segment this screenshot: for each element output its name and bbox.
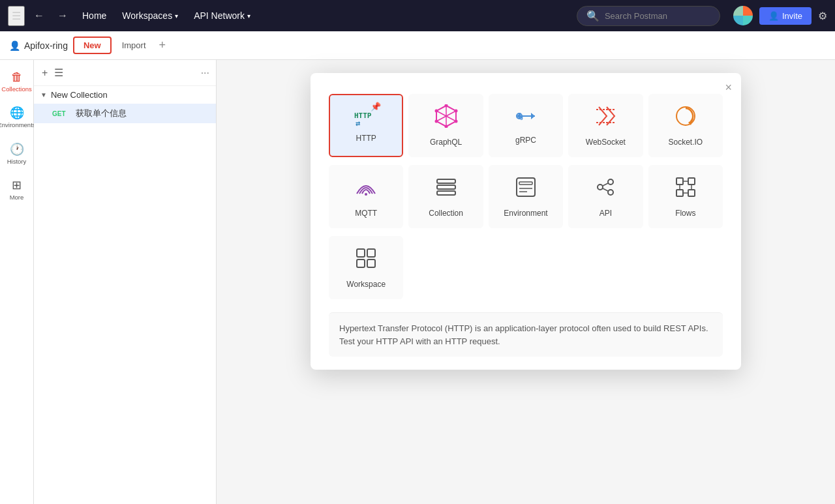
svg-marker-13 — [531, 113, 535, 119]
svg-rect-25 — [517, 178, 535, 196]
user-icon: 👤 — [9, 40, 20, 51]
workspace-icon — [354, 246, 378, 274]
modal-item-grpc[interactable]: g gRPC — [489, 94, 563, 157]
secondbar: 👤 Apifox-ring New Import + — [0, 31, 835, 60]
svg-point-30 — [608, 179, 613, 185]
filter-button[interactable]: ☰ — [53, 65, 65, 80]
workspaces-dropdown[interactable]: Workspaces ▾ — [117, 8, 183, 23]
workspace-name: 👤 Apifox-ring — [9, 40, 68, 51]
svg-line-33 — [603, 188, 608, 191]
mqtt-label: MQTT — [355, 209, 377, 218]
http-icon: HTTP ⇄ — [353, 109, 379, 128]
back-button[interactable]: ← — [30, 7, 48, 24]
flows-label: Flows — [675, 209, 695, 218]
modal-item-flows[interactable]: Flows — [648, 165, 723, 228]
request-item[interactable]: GET 获取单个信息 — [34, 104, 216, 123]
svg-text:g: g — [520, 114, 523, 120]
svg-point-19 — [676, 107, 695, 125]
history-icon: 🕐 — [10, 142, 24, 156]
modal-item-api[interactable]: API — [568, 165, 643, 228]
panel-toolbar: + ☰ ··· — [34, 60, 216, 86]
svg-point-31 — [608, 190, 613, 195]
websocket-label: WebSocket — [586, 138, 626, 147]
avatar — [733, 6, 753, 25]
svg-rect-35 — [688, 178, 695, 185]
sidebar-item-history[interactable]: 🕐 History — [2, 137, 32, 170]
svg-rect-43 — [367, 249, 375, 257]
invite-button[interactable]: 👤 Invite — [759, 7, 812, 25]
svg-rect-42 — [357, 249, 365, 257]
panel-more-button[interactable]: ··· — [201, 67, 209, 79]
settings-icon[interactable]: ⚙ — [818, 10, 827, 22]
svg-rect-34 — [676, 178, 683, 185]
new-request-modal: × 📌 HTTP ⇄ HTTP — [311, 73, 741, 370]
topbar-right: 👤 Invite ⚙ — [733, 6, 827, 25]
invite-icon: 👤 — [768, 11, 779, 21]
workspace-label: Workspace — [346, 280, 386, 289]
svg-rect-24 — [437, 191, 455, 195]
sidebar-item-collections[interactable]: 🗑 Collections — [2, 65, 32, 98]
grpc-label: gRPC — [515, 136, 536, 145]
svg-rect-23 — [437, 185, 455, 189]
more-icon: ⊞ — [12, 178, 22, 192]
websocket-icon — [594, 104, 617, 132]
modal-item-http[interactable]: 📌 HTTP ⇄ HTTP — [329, 94, 403, 157]
workspaces-chevron-icon: ▾ — [175, 12, 178, 20]
api-network-chevron-icon: ▾ — [247, 12, 250, 20]
main-content: × 📌 HTTP ⇄ HTTP — [217, 60, 835, 504]
collections-icon: 🗑 — [11, 70, 23, 84]
add-tab-button[interactable]: + — [159, 38, 166, 52]
sidebar-item-more[interactable]: ⊞ More — [2, 173, 32, 206]
sidebar-icons: 🗑 Collections 🌐 Environments 🕐 History ⊞… — [0, 60, 34, 504]
topbar: ☰ ← → Home Workspaces ▾ API Network ▾ 🔍 … — [0, 0, 835, 31]
svg-rect-45 — [367, 259, 375, 267]
menu-icon[interactable]: ☰ — [8, 6, 25, 26]
collection-label: Collection — [429, 209, 463, 218]
home-link[interactable]: Home — [77, 8, 112, 23]
search-bar[interactable]: 🔍 — [577, 6, 720, 26]
new-button[interactable]: New — [73, 37, 112, 54]
import-button[interactable]: Import — [117, 38, 151, 53]
search-input[interactable] — [605, 11, 709, 21]
pin-icon: 📌 — [371, 102, 381, 111]
environment-icon — [514, 175, 538, 203]
svg-rect-26 — [519, 182, 532, 185]
grpc-icon: g — [514, 106, 538, 130]
modal-item-mqtt[interactable]: MQTT — [329, 165, 403, 228]
flows-icon — [674, 175, 697, 203]
sidebar-item-environments[interactable]: 🌐 Environments — [2, 100, 32, 134]
modal-description: Hypertext Transfer Protocol (HTTP) is an… — [329, 312, 723, 357]
environment-label: Environment — [504, 209, 547, 218]
modal-item-socketio[interactable]: Socket.IO — [648, 94, 723, 157]
collection-item[interactable]: ▼ New Collection — [34, 86, 216, 104]
modal-close-button[interactable]: × — [725, 81, 732, 95]
svg-point-29 — [598, 185, 603, 190]
environments-icon: 🌐 — [10, 106, 24, 120]
svg-rect-44 — [357, 259, 365, 267]
modal-grid: 📌 HTTP ⇄ HTTP — [329, 94, 723, 299]
add-collection-button[interactable]: + — [40, 66, 49, 80]
collection-chevron-icon: ▼ — [40, 91, 47, 98]
svg-point-21 — [365, 193, 367, 196]
socketio-label: Socket.IO — [668, 138, 703, 147]
api-icon — [594, 175, 617, 203]
collections-panel: + ☰ ··· ▼ New Collection GET 获取单个信息 — [34, 60, 217, 504]
api-network-dropdown[interactable]: API Network ▾ — [189, 8, 256, 23]
socketio-icon — [674, 104, 697, 132]
modal-item-collection[interactable]: Collection — [408, 165, 483, 228]
api-label: API — [600, 209, 612, 218]
svg-rect-36 — [676, 190, 683, 196]
modal-item-workspace[interactable]: Workspace — [329, 236, 403, 299]
mqtt-icon — [354, 175, 378, 203]
modal-item-websocket[interactable]: WebSocket — [568, 94, 643, 157]
main-layout: 🗑 Collections 🌐 Environments 🕐 History ⊞… — [0, 60, 835, 504]
modal-item-graphql[interactable]: GraphQL — [408, 94, 483, 157]
graphql-label: GraphQL — [430, 138, 462, 147]
http-label: HTTP — [356, 134, 376, 143]
forward-button[interactable]: → — [53, 7, 72, 24]
modal-item-environment[interactable]: Environment — [489, 165, 563, 228]
graphql-icon — [434, 104, 458, 132]
search-icon: 🔍 — [586, 10, 600, 22]
svg-line-32 — [603, 183, 608, 186]
svg-rect-22 — [437, 179, 455, 183]
